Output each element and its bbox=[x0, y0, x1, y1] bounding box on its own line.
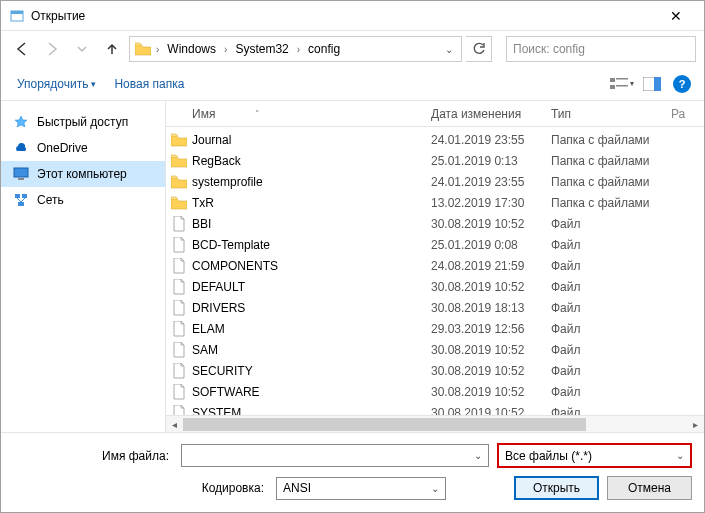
refresh-button[interactable] bbox=[466, 36, 492, 62]
sidebar-item-этот-компьютер[interactable]: Этот компьютер bbox=[1, 161, 165, 187]
svg-rect-9 bbox=[18, 178, 24, 180]
file-row[interactable]: DEFAULT30.08.2019 10:52Файл bbox=[166, 276, 704, 297]
toolbar: Упорядочить▾ Новая папка ▾ ? bbox=[1, 67, 704, 101]
file-row[interactable]: COMPONENTS24.08.2019 21:59Файл bbox=[166, 255, 704, 276]
folder-icon bbox=[166, 133, 192, 147]
filename-input[interactable]: ⌄ bbox=[181, 444, 489, 467]
file-icon bbox=[166, 258, 192, 274]
file-icon bbox=[166, 321, 192, 337]
file-row[interactable]: SECURITY30.08.2019 10:52Файл bbox=[166, 360, 704, 381]
cloud-icon bbox=[13, 140, 29, 156]
preview-pane-button[interactable] bbox=[640, 72, 664, 96]
sidebar-item-быстрый-доступ[interactable]: Быстрый доступ bbox=[1, 109, 165, 135]
file-name: SOFTWARE bbox=[192, 385, 431, 399]
file-date: 24.01.2019 23:55 bbox=[431, 175, 551, 189]
file-row[interactable]: BCD-Template25.01.2019 0:08Файл bbox=[166, 234, 704, 255]
file-name: SAM bbox=[192, 343, 431, 357]
svg-rect-10 bbox=[15, 194, 20, 198]
col-name-header[interactable]: Имя bbox=[192, 107, 215, 121]
address-bar[interactable]: › Windows › System32 › config ⌄ bbox=[129, 36, 462, 62]
file-name: SECURITY bbox=[192, 364, 431, 378]
scroll-track[interactable] bbox=[183, 416, 687, 432]
horizontal-scrollbar[interactable]: ◂ ▸ bbox=[166, 415, 704, 432]
file-type-filter[interactable]: Все файлы (*.*) ⌄ bbox=[497, 443, 692, 468]
file-name: Journal bbox=[192, 133, 431, 147]
file-date: 30.08.2019 10:52 bbox=[431, 280, 551, 294]
net-icon bbox=[13, 192, 29, 208]
recent-locations-button[interactable] bbox=[69, 36, 95, 62]
scroll-left-icon[interactable]: ◂ bbox=[166, 419, 183, 430]
sidebar-item-label: OneDrive bbox=[37, 141, 88, 155]
sort-asc-icon: ˄ bbox=[255, 109, 260, 119]
chevron-down-icon[interactable]: ⌄ bbox=[431, 483, 439, 494]
view-options-button[interactable]: ▾ bbox=[610, 72, 634, 96]
nav-row: › Windows › System32 › config ⌄ Поиск: c… bbox=[1, 31, 704, 67]
file-type: Файл bbox=[551, 280, 671, 294]
address-dropdown[interactable]: ⌄ bbox=[441, 44, 457, 55]
file-row[interactable]: systemprofile24.01.2019 23:55Папка с фай… bbox=[166, 171, 704, 192]
file-type: Файл bbox=[551, 322, 671, 336]
file-date: 30.08.2019 10:52 bbox=[431, 217, 551, 231]
folder-icon bbox=[166, 154, 192, 168]
forward-button[interactable] bbox=[39, 36, 65, 62]
file-row[interactable]: BBI30.08.2019 10:52Файл bbox=[166, 213, 704, 234]
cancel-button[interactable]: Отмена bbox=[607, 476, 692, 500]
scroll-thumb[interactable] bbox=[183, 418, 586, 431]
footer: Имя файла: ⌄ Все файлы (*.*) ⌄ Кодировка… bbox=[1, 432, 704, 512]
svg-rect-4 bbox=[610, 85, 615, 89]
filename-label: Имя файла: bbox=[13, 449, 173, 463]
file-date: 30.08.2019 10:52 bbox=[431, 343, 551, 357]
col-date-header[interactable]: Дата изменения bbox=[431, 107, 551, 121]
file-icon bbox=[166, 216, 192, 232]
search-placeholder: Поиск: config bbox=[513, 42, 585, 56]
sidebar-item-onedrive[interactable]: OneDrive bbox=[1, 135, 165, 161]
file-row[interactable]: SYSTEM30.08.2019 10:52Файл bbox=[166, 402, 704, 415]
encoding-select[interactable]: ANSI ⌄ bbox=[276, 477, 446, 500]
chevron-right-icon[interactable]: › bbox=[295, 44, 302, 55]
file-row[interactable]: DRIVERS30.08.2019 18:13Файл bbox=[166, 297, 704, 318]
file-row[interactable]: SAM30.08.2019 10:52Файл bbox=[166, 339, 704, 360]
col-size-header[interactable]: Ра bbox=[671, 107, 691, 121]
svg-rect-2 bbox=[610, 78, 615, 82]
file-icon bbox=[166, 279, 192, 295]
file-name: systemprofile bbox=[192, 175, 431, 189]
file-type: Файл bbox=[551, 385, 671, 399]
file-date: 30.08.2019 10:52 bbox=[431, 364, 551, 378]
open-button[interactable]: Открыть bbox=[514, 476, 599, 500]
file-list-pane: Имя˄ Дата изменения Тип Ра Journal24.01.… bbox=[166, 101, 704, 432]
back-button[interactable] bbox=[9, 36, 35, 62]
file-date: 30.08.2019 10:52 bbox=[431, 406, 551, 416]
help-button[interactable]: ? bbox=[670, 72, 694, 96]
file-type: Папка с файлами bbox=[551, 175, 671, 189]
chevron-down-icon[interactable]: ⌄ bbox=[474, 450, 482, 461]
chevron-right-icon[interactable]: › bbox=[222, 44, 229, 55]
new-folder-button[interactable]: Новая папка bbox=[108, 73, 190, 95]
up-button[interactable] bbox=[99, 36, 125, 62]
sidebar-item-сеть[interactable]: Сеть bbox=[1, 187, 165, 213]
chevron-right-icon[interactable]: › bbox=[154, 44, 161, 55]
file-icon bbox=[166, 405, 192, 416]
chevron-down-icon[interactable]: ⌄ bbox=[676, 450, 684, 461]
file-row[interactable]: Journal24.01.2019 23:55Папка с файлами bbox=[166, 129, 704, 150]
folder-icon bbox=[166, 196, 192, 210]
breadcrumb-segment[interactable]: config bbox=[304, 40, 344, 58]
pc-icon bbox=[13, 166, 29, 182]
svg-rect-11 bbox=[22, 194, 27, 198]
close-button[interactable]: ✕ bbox=[656, 8, 696, 24]
file-row[interactable]: SOFTWARE30.08.2019 10:52Файл bbox=[166, 381, 704, 402]
file-row[interactable]: ELAM29.03.2019 12:56Файл bbox=[166, 318, 704, 339]
body: Быстрый доступOneDriveЭтот компьютерСеть… bbox=[1, 101, 704, 432]
svg-rect-7 bbox=[654, 77, 661, 91]
scroll-right-icon[interactable]: ▸ bbox=[687, 419, 704, 430]
organize-button[interactable]: Упорядочить▾ bbox=[11, 73, 102, 95]
sidebar-item-label: Быстрый доступ bbox=[37, 115, 128, 129]
breadcrumb-segment[interactable]: Windows bbox=[163, 40, 220, 58]
column-headers[interactable]: Имя˄ Дата изменения Тип Ра bbox=[166, 101, 704, 127]
search-input[interactable]: Поиск: config bbox=[506, 36, 696, 62]
file-row[interactable]: TxR13.02.2019 17:30Папка с файлами bbox=[166, 192, 704, 213]
file-date: 24.01.2019 23:55 bbox=[431, 133, 551, 147]
breadcrumb-segment[interactable]: System32 bbox=[231, 40, 292, 58]
file-list[interactable]: Journal24.01.2019 23:55Папка с файламиRe… bbox=[166, 127, 704, 415]
col-type-header[interactable]: Тип bbox=[551, 107, 671, 121]
file-row[interactable]: RegBack25.01.2019 0:13Папка с файлами bbox=[166, 150, 704, 171]
